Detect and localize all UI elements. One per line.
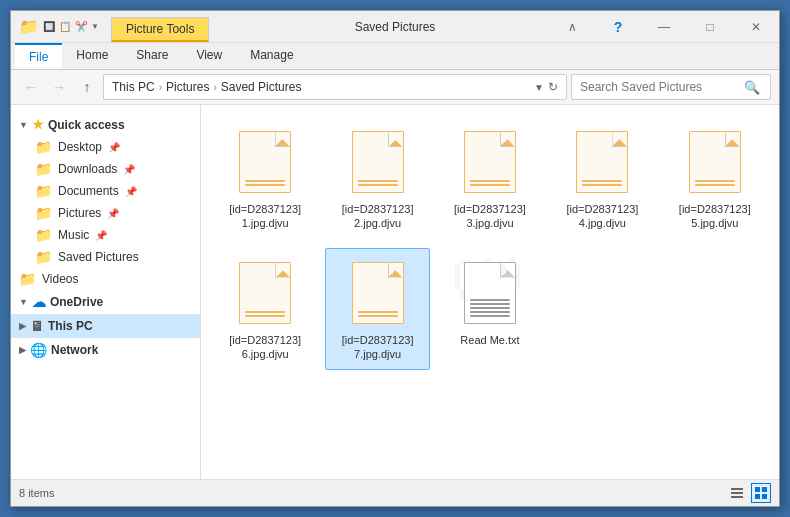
file-item-1[interactable]: [id=D2837123]1.jpg.djvu <box>213 117 317 240</box>
status-bar: 8 items <box>11 479 779 506</box>
sidebar-item-pictures[interactable]: 📁 Pictures 📌 <box>11 202 200 224</box>
up-button[interactable]: ↑ <box>75 75 99 99</box>
minimize-button[interactable]: — <box>641 11 687 43</box>
folder-quick-icon: 📁 <box>19 17 39 36</box>
folder-icon-pictures: 📁 <box>35 205 52 221</box>
file-icon-3 <box>464 131 516 193</box>
search-input[interactable] <box>580 80 740 94</box>
sidebar-item-videos[interactable]: 📁 Videos <box>11 268 200 290</box>
file-item-8[interactable]: Read Me.txt <box>438 248 542 371</box>
ribbon-tab-home[interactable]: Home <box>62 43 122 69</box>
view-details-button[interactable] <box>727 483 747 503</box>
toolbar-dropdown[interactable]: ▼ <box>91 22 99 31</box>
sidebar-section-quick-access[interactable]: ▼ ★ Quick access <box>11 113 200 136</box>
search-box[interactable]: 🔍 <box>571 74 771 100</box>
view-large-icons-button[interactable] <box>751 483 771 503</box>
title-bar-left: 📁 🔲 📋 ✂️ ▼ <box>11 11 107 42</box>
path-segment-saved[interactable]: Saved Pictures <box>221 80 302 94</box>
path-dropdown-icon[interactable]: ▼ <box>534 82 544 93</box>
file-item-6[interactable]: [id=D2837123]6.jpg.djvu <box>213 248 317 371</box>
file-item-3[interactable]: [id=D2837123]3.jpg.djvu <box>438 117 542 240</box>
path-segment-pictures[interactable]: Pictures <box>166 80 209 94</box>
sidebar-item-saved-pictures[interactable]: 📁 Saved Pictures <box>11 246 200 268</box>
forward-button[interactable]: → <box>47 75 71 99</box>
path-refresh-icon[interactable]: ↻ <box>548 80 558 94</box>
sidebar-item-music[interactable]: 📁 Music 📌 <box>11 224 200 246</box>
pin-icon-music: 📌 <box>95 230 107 241</box>
file-icon-wrapper-5 <box>683 126 747 198</box>
ribbon-tab-view[interactable]: View <box>182 43 236 69</box>
file-icon-2 <box>352 131 404 193</box>
file-icon-1 <box>239 131 291 193</box>
address-bar: ← → ↑ This PC › Pictures › Saved Picture… <box>11 70 779 105</box>
file-icon-6 <box>239 262 291 324</box>
sidebar-item-documents[interactable]: 📁 Documents 📌 <box>11 180 200 202</box>
tab-picture-tools[interactable]: Picture Tools <box>111 17 209 42</box>
ribbon-tab-manage[interactable]: Manage <box>236 43 307 69</box>
file-icon-wrapper-4 <box>570 126 634 198</box>
path-segment-thispc[interactable]: This PC <box>112 80 155 94</box>
network-label: Network <box>51 343 98 357</box>
quick-access-label: Quick access <box>48 118 125 132</box>
maximize-button[interactable]: □ <box>687 11 733 43</box>
sidebar-section-onedrive[interactable]: ▼ ☁ OneDrive <box>11 290 200 314</box>
chevron-down-icon: ▼ <box>19 120 28 130</box>
sidebar-section-this-pc[interactable]: ▶ 🖥 This PC <box>11 314 200 338</box>
pin-icon-downloads: 📌 <box>123 164 135 175</box>
ribbon-tab-share[interactable]: Share <box>122 43 182 69</box>
back-button[interactable]: ← <box>19 75 43 99</box>
onedrive-label: OneDrive <box>50 295 103 309</box>
file-name-5: [id=D2837123]5.jpg.djvu <box>675 202 755 231</box>
network-icon: 🌐 <box>30 342 47 358</box>
sidebar-item-videos-label: Videos <box>42 272 78 286</box>
title-bar-tabs: Picture Tools <box>107 11 213 42</box>
explorer-window: 📁 🔲 📋 ✂️ ▼ Picture Tools Saved Pictures … <box>10 10 780 507</box>
chevron-up-btn[interactable]: ∧ <box>549 11 595 43</box>
ribbon-tab-file[interactable]: File <box>15 43 62 69</box>
search-icon[interactable]: 🔍 <box>744 80 760 95</box>
sidebar-item-downloads[interactable]: 📁 Downloads 📌 <box>11 158 200 180</box>
file-icon-8 <box>464 262 516 324</box>
file-icon-wrapper-6 <box>233 257 297 329</box>
file-icon-7 <box>352 262 404 324</box>
svg-rect-1 <box>731 492 743 494</box>
file-item-5[interactable]: [id=D2837123]5.jpg.djvu <box>663 117 767 240</box>
ribbon: File Home Share View Manage <box>11 43 779 70</box>
folder-icon-saved: 📁 <box>35 249 52 265</box>
item-count: 8 items <box>19 487 54 499</box>
path-arrow-2: › <box>213 82 216 93</box>
sidebar-section-network[interactable]: ▶ 🌐 Network <box>11 338 200 362</box>
file-icon-5 <box>689 131 741 193</box>
close-button[interactable]: ✕ <box>733 11 779 43</box>
sidebar-item-documents-label: Documents <box>58 184 119 198</box>
onedrive-icon: ☁ <box>32 294 46 310</box>
sidebar-item-desktop[interactable]: 📁 Desktop 📌 <box>11 136 200 158</box>
toolbar-icon-2: 📋 <box>59 21 71 32</box>
file-grid: [id=D2837123]1.jpg.djvu [id=D2837123]2.j… <box>213 117 767 370</box>
status-right <box>727 483 771 503</box>
sidebar-item-downloads-label: Downloads <box>58 162 117 176</box>
thispc-icon: 🖥 <box>30 318 44 334</box>
file-item-4[interactable]: [id=D2837123]4.jpg.djvu <box>550 117 654 240</box>
help-btn[interactable]: ? <box>595 11 641 43</box>
folder-icon-videos: 📁 <box>19 271 36 287</box>
pin-icon-pictures: 📌 <box>107 208 119 219</box>
file-name-8: Read Me.txt <box>460 333 519 347</box>
svg-rect-0 <box>731 488 743 490</box>
address-path[interactable]: This PC › Pictures › Saved Pictures ▼ ↻ <box>103 74 567 100</box>
file-item-7[interactable]: [id=D2837123]7.jpg.djvu <box>325 248 429 371</box>
sidebar-item-pictures-label: Pictures <box>58 206 101 220</box>
file-item-2[interactable]: [id=D2837123]2.jpg.djvu <box>325 117 429 240</box>
file-icon-wrapper-2 <box>346 126 410 198</box>
svg-rect-4 <box>762 487 767 492</box>
ribbon-tabs: File Home Share View Manage <box>11 43 779 69</box>
path-arrow-1: › <box>159 82 162 93</box>
pin-icon-documents: 📌 <box>125 186 137 197</box>
folder-icon-downloads: 📁 <box>35 161 52 177</box>
folder-icon-music: 📁 <box>35 227 52 243</box>
main-content: ▼ ★ Quick access 📁 Desktop 📌 📁 Downloads… <box>11 105 779 479</box>
file-icon-wrapper-7 <box>346 257 410 329</box>
svg-rect-3 <box>755 487 760 492</box>
file-area: 🛡 [id=D2837123]1.jpg.djvu <box>201 105 779 479</box>
folder-icon-documents: 📁 <box>35 183 52 199</box>
